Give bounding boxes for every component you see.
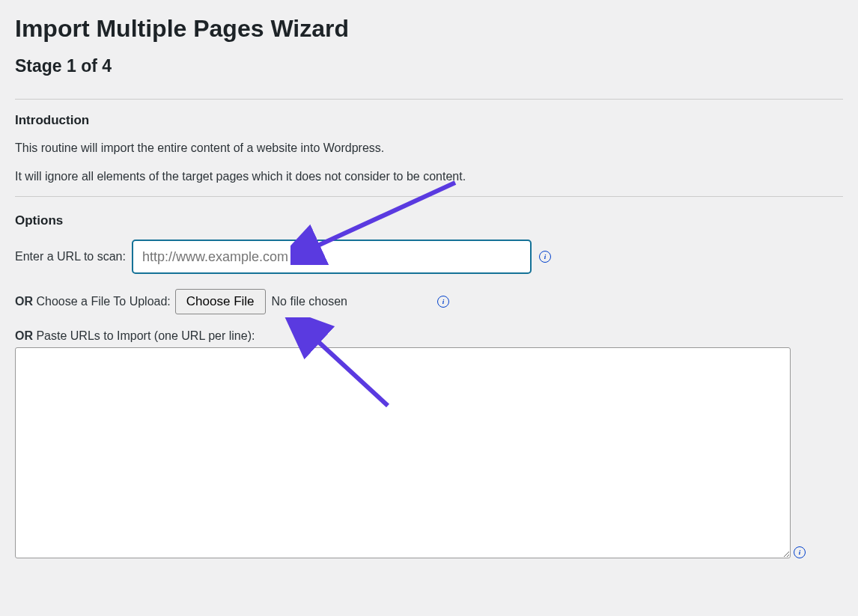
file-upload-label: OR Choose a File To Upload:: [15, 295, 171, 308]
page-title: Import Multiple Pages Wizard: [15, 15, 843, 43]
choose-file-button[interactable]: Choose File: [175, 289, 266, 314]
intro-heading: Introduction: [15, 113, 843, 128]
intro-text-1: This routine will import the entire cont…: [15, 139, 843, 157]
info-icon[interactable]: i: [437, 296, 449, 308]
intro-text-2: It will ignore all elements of the targe…: [15, 168, 843, 186]
file-status: No file chosen: [272, 295, 347, 308]
url-label: Enter a URL to scan:: [15, 250, 126, 263]
divider: [15, 196, 843, 197]
paste-urls-label: OR Paste URLs to Import (one URL per lin…: [15, 329, 843, 343]
stage-heading: Stage 1 of 4: [15, 56, 843, 76]
options-heading: Options: [15, 213, 843, 228]
paste-urls-textarea[interactable]: [15, 347, 791, 558]
info-icon[interactable]: i: [794, 546, 806, 558]
info-icon[interactable]: i: [539, 251, 551, 263]
divider: [15, 99, 843, 100]
url-input[interactable]: [132, 240, 532, 274]
